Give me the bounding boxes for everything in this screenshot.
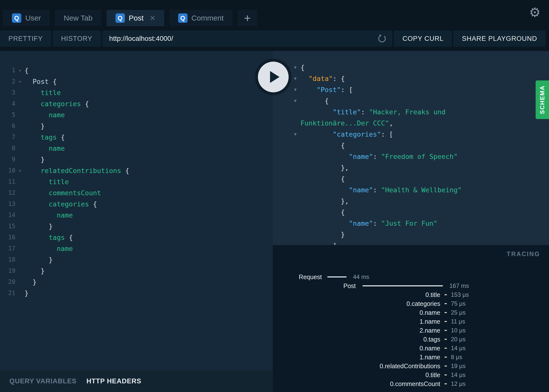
line-number: 14 <box>0 210 15 221</box>
query-line[interactable]: 21} <box>0 288 273 299</box>
response-text: "categories": [ <box>301 129 393 140</box>
query-line[interactable]: 11title <box>0 176 273 187</box>
reload-icon[interactable] <box>377 34 387 44</box>
query-line[interactable]: 5name <box>0 109 273 121</box>
response-line: { <box>273 173 549 184</box>
play-icon <box>270 71 279 83</box>
endpoint-url-input[interactable] <box>109 35 377 43</box>
collapse-arrow-icon[interactable]: ▼ <box>273 95 301 106</box>
tracing-row: 0.categories75 μs <box>282 299 540 308</box>
query-line[interactable]: 13categories { <box>0 198 273 210</box>
query-line[interactable]: 6} <box>0 121 273 132</box>
response-line: "name": "Just For Fun" <box>273 218 549 229</box>
duration-tick <box>444 321 447 322</box>
line-number: 7 <box>0 132 15 143</box>
query-line[interactable]: 10▾relatedContributions { <box>0 165 273 176</box>
tab-post[interactable]: Q Post × <box>107 10 164 26</box>
tab-user[interactable]: Q User <box>3 10 50 26</box>
tracing-time: 25 μs <box>451 309 466 316</box>
query-line[interactable]: 8name <box>0 143 273 154</box>
query-line[interactable]: 7tags { <box>0 132 273 143</box>
code-text: title <box>25 87 61 98</box>
code-text: } <box>25 121 45 132</box>
line-number: 4 <box>0 98 15 109</box>
share-playground-button[interactable]: SHARE PLAYGROUND <box>453 30 546 47</box>
tab-label: User <box>25 14 41 22</box>
line-number: 9 <box>0 154 15 165</box>
line-number: 17 <box>0 243 15 254</box>
response-line: ▼"categories": [ <box>273 129 549 140</box>
query-line[interactable]: 1▾{ <box>0 65 273 76</box>
tracing-time: 14 μs <box>451 371 466 378</box>
response-line: }, <box>273 196 549 207</box>
query-line[interactable]: 12commentsCount <box>0 187 273 198</box>
response-line: "name": "Health & Wellbeing" <box>273 184 549 196</box>
response-line: { <box>273 207 549 218</box>
tab-comment[interactable]: Q Comment <box>169 10 233 26</box>
response-text: "name": "Just For Fun" <box>301 218 438 229</box>
tab-label: New Tab <box>64 14 92 22</box>
query-line[interactable]: 2▾Post { <box>0 76 273 87</box>
gutter-spacer <box>273 140 301 151</box>
gutter-spacer <box>273 151 301 162</box>
code-text: } <box>25 254 53 265</box>
add-tab-button[interactable]: + <box>238 10 257 26</box>
query-line[interactable]: 16tags { <box>0 232 273 243</box>
line-number: 13 <box>0 198 15 210</box>
collapse-arrow-icon[interactable]: ▾ <box>15 65 25 76</box>
query-line[interactable]: 14name <box>0 210 273 221</box>
query-variables-button[interactable]: QUERY VARIABLES <box>9 377 77 385</box>
duration-tick <box>444 294 447 295</box>
copy-curl-button[interactable]: COPY CURL <box>394 30 452 47</box>
query-line[interactable]: 19} <box>0 265 273 276</box>
response-text: }, <box>301 162 349 173</box>
query-line[interactable]: 17name <box>0 243 273 254</box>
tracing-label: 0.commentsCount <box>282 380 440 388</box>
tracing-time: 10 μs <box>451 327 466 334</box>
tracing-time: 44 ms <box>353 273 369 280</box>
gutter-spacer <box>273 162 301 173</box>
tracing-label: 0.title <box>282 371 440 379</box>
collapse-arrow-icon[interactable]: ▾ <box>15 76 25 87</box>
tracing-time: 11 μs <box>451 318 465 325</box>
query-line[interactable]: 9} <box>0 154 273 165</box>
duration-tick <box>444 330 447 331</box>
query-line[interactable]: 15} <box>0 221 273 232</box>
tab-new-tab[interactable]: New Tab <box>55 10 101 26</box>
code-text: categories { <box>25 198 97 210</box>
collapse-arrow-icon[interactable]: ▾ <box>15 165 25 176</box>
schema-tab-button[interactable]: SCHEMA <box>536 80 549 119</box>
code-text: commentsCount <box>25 187 101 198</box>
tracing-time: 153 μs <box>451 291 469 298</box>
execute-query-button[interactable] <box>258 62 289 92</box>
line-number: 1 <box>0 65 15 76</box>
query-line[interactable]: 3title <box>0 87 273 98</box>
main-split: 1▾{2▾Post {3title4categories {5name6}7ta… <box>0 51 549 392</box>
query-line[interactable]: 20} <box>0 276 273 288</box>
gutter-spacer <box>15 132 25 143</box>
query-line[interactable]: 4categories { <box>0 98 273 109</box>
query-editor-lines[interactable]: 1▾{2▾Post {3title4categories {5name6}7ta… <box>0 51 273 370</box>
gutter-spacer <box>273 240 301 245</box>
duration-tick <box>444 383 447 384</box>
tracing-label: 2.name <box>282 327 440 334</box>
prettify-button[interactable]: PRETTIFY <box>0 30 51 47</box>
response-line: }, <box>273 162 549 173</box>
gutter-spacer <box>15 232 25 243</box>
code-text: name <box>25 143 65 154</box>
gutter-spacer <box>273 118 301 129</box>
tracing-label: 0.categories <box>282 300 440 307</box>
code-text: tags { <box>25 132 65 143</box>
code-text: } <box>25 288 28 299</box>
history-button[interactable]: HISTORY <box>53 30 101 47</box>
gutter-spacer <box>15 288 25 299</box>
toolbar: PRETTIFY HISTORY COPY CURL SHARE PLAYGRO… <box>0 26 549 51</box>
gutter-spacer <box>15 265 25 276</box>
settings-gear-icon[interactable]: ⚙ <box>529 6 541 19</box>
query-line[interactable]: 18} <box>0 254 273 265</box>
http-headers-button[interactable]: HTTP HEADERS <box>86 377 141 385</box>
close-tab-icon[interactable]: × <box>150 14 155 23</box>
tracing-row: 2.name10 μs <box>282 326 540 335</box>
collapse-arrow-icon[interactable]: ▼ <box>273 129 301 140</box>
line-number: 18 <box>0 254 15 265</box>
